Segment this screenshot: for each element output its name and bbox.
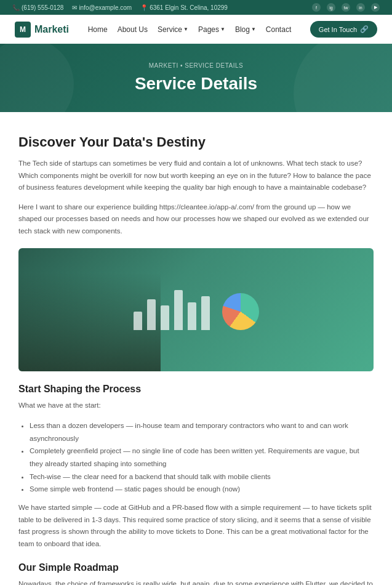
bar-1 [134, 312, 142, 330]
nav-links: Home About Us Service ▼ Pages ▼ Blog ▼ C… [88, 25, 292, 34]
list-item: Some simple web frontend — static pages … [30, 483, 374, 496]
list-item: Completely greenfield project — no singl… [30, 445, 374, 470]
feature-image [18, 248, 374, 371]
blog-dropdown-icon: ▼ [251, 26, 256, 32]
logo-text: Marketi [34, 24, 69, 35]
service-dropdown-icon: ▼ [183, 26, 188, 32]
page-title: Service Details [12, 74, 380, 94]
hero-section: MARKETI • SERVICE DETAILS Service Detail… [0, 44, 392, 112]
section1-title: Start Shaping the Process [18, 384, 374, 395]
bar-6 [201, 296, 210, 330]
list-item: Tech-wise — the clear need for a backend… [30, 470, 374, 483]
nav-blog[interactable]: Blog ▼ [235, 25, 256, 34]
get-in-touch-button[interactable]: Get In Touch 🔗 [310, 21, 377, 38]
main-content: Discover Your Data's Destiny The Tech si… [0, 112, 392, 585]
nav-contact[interactable]: Contact [266, 25, 291, 34]
intro-paragraph-2: Here I want to share our experience buil… [18, 201, 374, 238]
facebook-icon[interactable]: f [312, 3, 321, 12]
location-icon: 📍 [140, 4, 148, 11]
phone-icon: 📞 [12, 4, 20, 11]
section2-body: Nowadays, the choice of frameworks is re… [18, 578, 374, 585]
logo[interactable]: M Marketi [15, 22, 69, 38]
social-icons: f ig tw in ▶ [312, 3, 380, 12]
pages-dropdown-icon: ▼ [220, 26, 225, 32]
chart-visual [134, 290, 259, 330]
linkedin-icon[interactable]: in [356, 3, 365, 12]
article-headline: Discover Your Data's Destiny [18, 134, 374, 150]
youtube-icon[interactable]: ▶ [371, 3, 380, 12]
pie-chart [222, 293, 259, 330]
phone-item: 📞 (619) 555-0128 [12, 4, 63, 11]
bar-4 [174, 290, 183, 330]
logo-icon: M [15, 22, 31, 38]
bar-3 [161, 305, 169, 330]
nav-about[interactable]: About Us [118, 25, 148, 34]
nav-service[interactable]: Service ▼ [158, 25, 188, 34]
email-item: ✉ info@example.com [72, 4, 132, 11]
list-item: Less than a dozen developers — in-house … [30, 419, 374, 445]
instagram-icon[interactable]: ig [327, 3, 335, 12]
touch-label: Get In Touch [319, 26, 357, 33]
bullet-list: Less than a dozen developers — in-house … [18, 419, 374, 496]
twitter-icon[interactable]: tw [342, 3, 350, 12]
address-text: 6361 Elgin St. Celina, 10299 [150, 4, 228, 11]
nav-pages[interactable]: Pages ▼ [198, 25, 225, 34]
intro-paragraph-1: The Tech side of startups can sometimes … [18, 158, 374, 194]
section1-body: We have started simple — code at GitHub … [18, 502, 374, 550]
bar-5 [188, 302, 196, 330]
nav-home[interactable]: Home [88, 25, 108, 34]
navbar: M Marketi Home About Us Service ▼ Pages … [0, 15, 392, 44]
touch-icon: 🔗 [360, 25, 369, 33]
top-bar: 📞 (619) 555-0128 ✉ info@example.com 📍 63… [0, 0, 392, 15]
top-bar-left: 📞 (619) 555-0128 ✉ info@example.com 📍 63… [12, 4, 228, 11]
address-item: 📍 6361 Elgin St. Celina, 10299 [140, 4, 228, 11]
breadcrumb: MARKETI • SERVICE DETAILS [12, 62, 380, 69]
section2-title: Our Simple Roadmap [18, 562, 374, 573]
section1-intro: What we have at the start: [18, 400, 374, 412]
email-address: info@example.com [79, 4, 132, 11]
email-icon: ✉ [72, 4, 77, 11]
bar-2 [147, 299, 156, 330]
phone-number: (619) 555-0128 [22, 4, 63, 11]
